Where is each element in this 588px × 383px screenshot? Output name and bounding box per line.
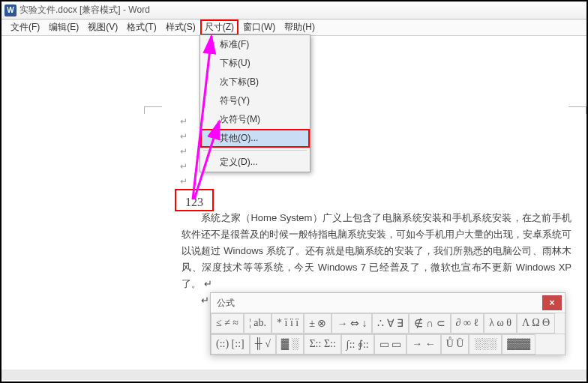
- formula-cell[interactable]: (::) [::]: [211, 334, 250, 355]
- formula-cell[interactable]: → ←: [406, 334, 441, 355]
- formula-cell[interactable]: ▭ ▭: [374, 334, 407, 355]
- formula-cell[interactable]: ╫ √: [250, 334, 276, 355]
- formula-cell[interactable]: * ï ï ï: [272, 313, 304, 334]
- dropdown-item-subsubscript[interactable]: 次下标(B): [200, 73, 310, 91]
- equation-toolbar-header[interactable]: 公式 ×: [211, 293, 565, 313]
- menu-view[interactable]: 视图(V): [83, 19, 122, 35]
- menu-size[interactable]: 尺寸(Z): [200, 19, 238, 35]
- subscript-sample-box: 123: [175, 189, 214, 211]
- paragraph-marks: ↵↵↵↵↵: [180, 114, 188, 189]
- close-button[interactable]: ×: [542, 295, 562, 310]
- margin-corner-right: [568, 106, 586, 114]
- titlebar: W 实验文件.docx [兼容模式] - Word: [2, 1, 586, 19]
- dropdown-item-standard[interactable]: ✓ 标准(F): [200, 35, 310, 54]
- check-icon: ✓: [205, 40, 220, 50]
- equation-toolbar-row1: ≤ ≠ ≈ ¦ ab. * ï ï ï ± ⊗ → ⇔ ↓ ∴ ∀ ∃ ∉ ∩ …: [211, 313, 565, 334]
- dropdown-separator: [203, 150, 307, 151]
- formula-cell[interactable]: ∴ ∀ ∃: [372, 313, 409, 334]
- dropdown-item-symbol[interactable]: 符号(Y): [200, 91, 310, 110]
- formula-cell[interactable]: ∫:: ∮::: [341, 334, 374, 355]
- dropdown-item-define[interactable]: 定义(D)...: [200, 153, 310, 172]
- menu-edit[interactable]: 编辑(E): [44, 19, 83, 35]
- menubar: 文件(F) 编辑(E) 视图(V) 格式(T) 样式(S) 尺寸(Z) 窗口(W…: [2, 19, 586, 36]
- menu-format[interactable]: 格式(T): [122, 19, 160, 35]
- formula-cell[interactable]: Λ Ω Θ: [517, 313, 555, 334]
- word-icon: W: [4, 4, 16, 16]
- formula-cell[interactable]: λ ω θ: [484, 313, 517, 334]
- margin-corner-left: [144, 106, 162, 114]
- body-prefix: 系统之家: [201, 212, 241, 223]
- formula-cell[interactable]: Σ:: Σ::: [304, 334, 340, 355]
- formula-cell[interactable]: → ⇔ ↓: [332, 313, 372, 334]
- formula-cell[interactable]: ∉ ∩ ⊂: [409, 313, 450, 334]
- body-paragraph: （Home System）广义上包含了电脑系统安装和手机系统安装，在之前手机软件…: [182, 212, 572, 289]
- formula-cell[interactable]: ¦ ab.: [244, 313, 272, 334]
- window-title: 实验文件.docx [兼容模式] - Word: [20, 4, 150, 16]
- formula-cell[interactable]: ░░░: [469, 334, 502, 355]
- menu-style[interactable]: 样式(S): [161, 19, 200, 35]
- menu-window[interactable]: 窗口(W): [238, 19, 280, 35]
- formula-cell[interactable]: ▓▓▓: [502, 334, 536, 355]
- equation-toolbar-window[interactable]: 公式 × ≤ ≠ ≈ ¦ ab. * ï ï ï ± ⊗ → ⇔ ↓ ∴ ∀ ∃…: [210, 292, 566, 355]
- dropdown-item-subscript[interactable]: 下标(U): [200, 54, 310, 73]
- equation-toolbar-title: 公式: [214, 297, 542, 310]
- menu-file[interactable]: 文件(F): [6, 19, 44, 35]
- subscript-sample-text: 123: [185, 196, 203, 209]
- formula-cell[interactable]: ∂ ∞ ℓ: [451, 313, 484, 334]
- formula-cell[interactable]: ± ⊗: [304, 313, 332, 334]
- size-dropdown: ✓ 标准(F) 下标(U) 次下标(B) 符号(Y) 次符号(M) 其他(O).…: [200, 34, 310, 172]
- dropdown-item-other[interactable]: 其他(O)...: [200, 129, 310, 148]
- equation-toolbar-row2: (::) [::] ╫ √ ▓ ░ Σ:: Σ:: ∫:: ∮:: ▭ ▭ → …: [211, 334, 565, 355]
- dropdown-item-subsymbol[interactable]: 次符号(M): [200, 110, 310, 129]
- horizontal-scrollbar[interactable]: [2, 370, 586, 380]
- menu-help[interactable]: 帮助(H): [280, 19, 320, 35]
- formula-cell[interactable]: ≤ ≠ ≈: [211, 313, 244, 334]
- formula-cell[interactable]: ▓ ░: [276, 334, 304, 355]
- formula-cell[interactable]: Ů Ü: [441, 334, 470, 355]
